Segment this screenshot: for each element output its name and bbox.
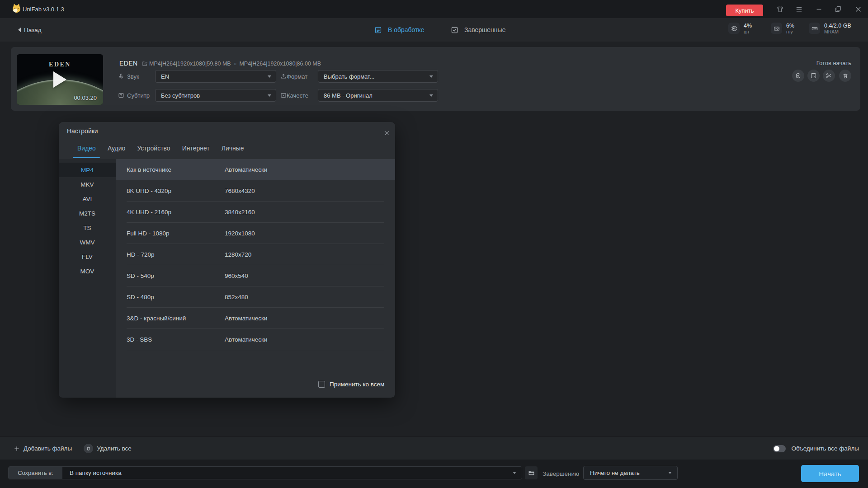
add-files-button[interactable]: Добавить файлы [14,445,72,452]
edit-video-button[interactable] [807,70,820,82]
format-label: Формат [287,73,316,80]
cpu-icon [728,23,740,34]
save-to-control[interactable]: Сохранить в: В папку источника [8,466,522,479]
toggle-knob [774,446,779,451]
audio-label: Звук [127,73,154,80]
resolution-row[interactable]: Full HD - 1080p1920x1080 [116,223,395,244]
theme-shirt-icon[interactable] [776,5,784,13]
format-item-mov[interactable]: MOV [59,264,116,278]
format-item-mkv[interactable]: MKV [59,177,116,192]
play-icon[interactable] [53,71,66,88]
quality-value: 86 MB - Оригинал [324,92,373,99]
resolution-value: 1280x720 [225,251,251,258]
apply-all-checkbox[interactable] [318,381,325,388]
subtitle-label: Субтитр [127,92,153,99]
on-finish-select[interactable]: Ничего не делать [583,466,678,480]
resolution-row[interactable]: Как в источникеАвтоматически [116,159,395,180]
rename-icon[interactable] [142,61,148,69]
resolution-row[interactable]: HD - 720p1280x720 [116,244,395,265]
start-button[interactable]: Начать [801,465,859,482]
resolution-row[interactable]: 4K UHD - 2160p3840x2160 [116,202,395,223]
resolution-name: 8K UHD - 4320p [127,188,171,194]
app-logo-cat-icon [13,5,20,13]
file-toolbar: Добавить файлы Удалить все Объединить вс… [0,436,868,460]
delete-file-button[interactable] [839,70,851,82]
resolution-row[interactable]: SD - 540p960x540 [116,265,395,286]
format-item-mp4[interactable]: MP4 [59,163,116,177]
unifab-window: UniFab v3.0.1.3 Купить Назад В обработке [0,0,868,488]
resolution-name: HD - 720p [127,251,155,258]
close-icon[interactable] [854,5,862,13]
minimize-icon[interactable] [815,5,823,13]
app-title: UniFab v3.0.1.3 [23,6,64,13]
format-item-m2ts[interactable]: M2TS [59,206,116,221]
settings-tab-1[interactable]: Видео [77,145,96,158]
browse-folder-button[interactable] [525,466,538,479]
chevron-down-icon [268,75,271,78]
ram-label: MRAM [824,29,851,34]
back-label: Назад [24,27,42,33]
tab-completed[interactable]: Завершенные [451,18,505,42]
format-item-avi[interactable]: AVI [59,192,116,206]
resolution-row[interactable]: 3D - SBSАвтоматически [116,329,395,350]
merge-label: Объединить все файлы [791,445,859,452]
video-duration: 00:03:20 [74,94,97,101]
completed-check-icon [451,26,458,34]
source-info: MP4|H264|868x488|59.80 MB [149,61,231,67]
resolution-value: 852x480 [225,294,248,300]
quality-label: Качесте [287,92,316,99]
settings-tab-5[interactable]: Личные [222,145,244,158]
resolution-name: 3&D - красный/синий [127,315,186,322]
settings-button[interactable] [792,70,804,82]
maximize-icon[interactable] [834,5,842,13]
delete-all-button[interactable]: Удалить все [84,444,132,453]
chevron-down-icon [268,94,271,97]
tab-in-progress-label: В обработке [388,26,425,33]
dialog-title: Настройки [67,127,98,135]
format-item-ts[interactable]: TS [59,221,116,235]
quality-select[interactable]: 86 MB - Оригинал [318,89,438,102]
merge-toggle[interactable] [773,445,786,452]
resolution-name: Full HD - 1080p [127,230,170,237]
video-thumbnail[interactable]: EDEN 00:03:20 [17,54,103,105]
settings-tab-4[interactable]: Интернет [182,145,210,158]
main-area: EDEN 00:03:20 EDEN MP4|H264|868x488|59… [0,42,868,436]
bottom-bar: Сохранить в: В папку источника Завершени… [0,460,868,488]
resolution-name: 3D - SBS [127,336,152,343]
tab-in-progress[interactable]: В обработке [374,18,425,42]
chevron-down-icon [429,75,433,78]
format-icon [280,73,287,81]
back-button[interactable]: Назад [18,18,42,42]
resolution-name: SD - 480p [127,294,154,300]
resolution-row[interactable]: 8K UHD - 4320p7680x4320 [116,180,395,202]
format-item-wmv[interactable]: WMV [59,235,116,249]
resolution-row[interactable]: SD - 480p852x480 [116,286,395,308]
add-files-label: Добавить файлы [24,445,72,452]
gpu-label: гпу [786,29,794,34]
audio-select[interactable]: EN [155,70,276,83]
format-select[interactable]: Выбрать формат... [318,70,438,83]
merge-files-control: Объединить все файлы [773,437,859,460]
cpu-value: 4% [744,23,752,29]
trim-button[interactable] [823,70,835,82]
resolution-row[interactable]: 3&D - красный/синийАвтоматически [116,308,395,329]
save-to-select[interactable]: В папку источника [62,467,522,479]
subtitle-select[interactable]: Без субтитров [155,89,276,102]
back-arrow-icon [18,28,21,32]
format-item-flv[interactable]: FLV [59,249,116,264]
menu-icon[interactable] [795,5,803,13]
dialog-close-icon[interactable] [382,129,391,137]
ram-icon [809,23,820,34]
resolution-list: Как в источникеАвтоматически8K UHD - 432… [116,159,395,350]
output-info: MP4|H264|868x488|86.00 MB [239,61,321,67]
delete-all-label: Удалить все [97,445,132,452]
audio-value: EN [161,73,169,80]
file-meta: MP4|H264|868x488|59.80 MB » MP4|H264|1… [149,61,321,67]
settings-tab-2[interactable]: Аудио [108,145,126,158]
settings-dialog: Настройки ВидеоАудиоУстройствоИнтернетЛи… [59,122,395,398]
subtitle-value: Без субтитров [161,92,200,99]
buy-button[interactable]: Купить [726,5,763,16]
settings-tab-3[interactable]: Устройство [137,145,170,158]
chevron-down-icon [429,94,433,97]
thumbnail-title: EDEN [17,61,103,68]
